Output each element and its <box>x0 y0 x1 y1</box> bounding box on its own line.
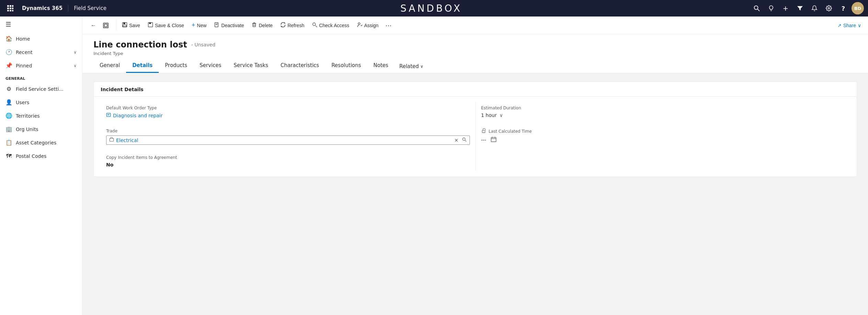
tab-service-tasks-label: Service Tasks <box>234 62 268 68</box>
tab-resolutions-label: Resolutions <box>331 62 361 68</box>
sidebar-item-recent[interactable]: 🕐 Recent ∨ <box>0 45 82 59</box>
refresh-button[interactable]: Refresh <box>277 20 308 31</box>
tab-resolutions[interactable]: Resolutions <box>325 59 367 73</box>
save-close-icon <box>148 22 153 29</box>
expand-button[interactable] <box>100 20 111 31</box>
svg-rect-1 <box>10 5 11 7</box>
assign-icon <box>357 22 362 29</box>
tab-services-label: Services <box>200 62 221 68</box>
top-nav-actions: + ? BD <box>751 2 864 14</box>
share-button[interactable]: ↗ Share ∨ <box>833 21 865 30</box>
deactivate-icon <box>214 22 219 29</box>
more-commands-button[interactable]: ⋯ <box>383 20 394 31</box>
svg-rect-6 <box>7 10 9 11</box>
check-access-icon <box>312 22 317 29</box>
territories-icon: 🌐 <box>5 112 12 119</box>
copy-incident-label: Copy Incident Items to Agreement <box>106 155 470 160</box>
svg-rect-2 <box>12 5 13 7</box>
share-chevron-icon: ∨ <box>858 23 861 28</box>
grid-icon[interactable] <box>4 2 16 14</box>
trade-input[interactable]: Electrical ✕ <box>106 135 470 145</box>
svg-line-10 <box>758 9 759 11</box>
delete-icon <box>251 22 257 29</box>
new-button[interactable]: + New <box>188 20 210 31</box>
gear-icon[interactable] <box>823 2 835 14</box>
tab-products[interactable]: Products <box>159 59 193 73</box>
assign-button[interactable]: Assign <box>353 20 382 31</box>
link-icon <box>106 112 111 118</box>
hamburger-icon[interactable]: ☰ <box>0 17 82 32</box>
check-access-label: Check Access <box>319 23 349 28</box>
tab-characteristics-label: Characteristics <box>281 62 319 68</box>
tab-details[interactable]: Details <box>126 59 159 73</box>
svg-point-27 <box>358 23 360 25</box>
help-icon[interactable]: ? <box>837 2 849 14</box>
bell-icon[interactable] <box>808 2 821 14</box>
deactivate-button[interactable]: Deactivate <box>211 20 247 31</box>
lightbulb-icon[interactable] <box>765 2 777 14</box>
sidebar-home-label: Home <box>16 36 77 42</box>
sidebar-item-postal-codes[interactable]: 🗺 Postal Codes <box>0 149 82 163</box>
svg-point-9 <box>754 6 758 10</box>
tab-services[interactable]: Services <box>193 59 227 73</box>
filter-icon[interactable] <box>794 2 806 14</box>
tab-general[interactable]: General <box>93 59 126 73</box>
sidebar-item-pinned[interactable]: 📌 Pinned ∨ <box>0 59 82 72</box>
section-header: Incident Details <box>94 82 857 97</box>
app-name: Field Service <box>68 5 112 11</box>
svg-rect-28 <box>106 113 110 117</box>
new-label: New <box>197 23 206 28</box>
pin-icon: 📌 <box>5 62 12 69</box>
svg-line-26 <box>315 25 317 27</box>
back-button[interactable]: ← <box>88 20 99 31</box>
postal-codes-icon: 🗺 <box>5 153 12 159</box>
sidebar-item-asset-categories[interactable]: 📋 Asset Categories <box>0 136 82 149</box>
refresh-icon <box>280 22 286 29</box>
trade-clear-icon[interactable]: ✕ <box>454 138 459 143</box>
sidebar-item-territories[interactable]: 🌐 Territories <box>0 109 82 122</box>
main-container: ☰ 🏠 Home 🕐 Recent ∨ 📌 Pinned ∨ General ⚙… <box>0 17 868 315</box>
app-logo[interactable]: Dynamics 365 <box>16 5 68 11</box>
record-header: Line connection lost - Unsaved Incident … <box>82 34 868 73</box>
save-close-button[interactable]: Save & Close <box>144 20 188 31</box>
sidebar-item-users[interactable]: 👤 Users <box>0 96 82 109</box>
svg-rect-22 <box>253 23 256 27</box>
trade-search-icon[interactable] <box>462 137 467 143</box>
delete-button[interactable]: Delete <box>248 20 276 31</box>
save-label: Save <box>129 23 140 28</box>
calendar-icon[interactable] <box>491 136 497 144</box>
sidebar-item-field-service-settings[interactable]: ⚙ Field Service Setti... <box>0 82 82 96</box>
sidebar-item-org-units[interactable]: 🏢 Org Units <box>0 122 82 136</box>
save-button[interactable]: Save <box>119 20 144 31</box>
sidebar-recent-label: Recent <box>16 50 70 55</box>
search-icon[interactable] <box>751 2 763 14</box>
top-nav: Dynamics 365 Field Service SANDBOX + <box>0 0 868 17</box>
svg-rect-12 <box>103 23 108 28</box>
form-body: Incident Details Default Work Order Type <box>82 73 868 315</box>
share-icon: ↗ <box>837 23 842 28</box>
save-icon <box>122 22 127 29</box>
diagnosis-repair-link[interactable]: Diagnosis and repair <box>106 112 470 118</box>
record-type: Incident Type <box>93 51 857 56</box>
svg-rect-5 <box>12 8 13 9</box>
sidebar-users-label: Users <box>16 100 77 105</box>
svg-rect-31 <box>110 139 113 141</box>
tab-notes[interactable]: Notes <box>367 59 394 73</box>
record-title-row: Line connection lost - Unsaved <box>93 40 857 50</box>
tab-service-tasks[interactable]: Service Tasks <box>227 59 274 73</box>
tab-notes-label: Notes <box>373 62 388 68</box>
new-icon: + <box>192 22 195 29</box>
section-body: Default Work Order Type <box>94 97 857 176</box>
plus-icon[interactable]: + <box>779 2 792 14</box>
tab-related[interactable]: Related ∨ <box>394 60 428 73</box>
sidebar-assetcat-label: Asset Categories <box>16 140 77 145</box>
avatar[interactable]: BD <box>852 2 864 14</box>
sidebar-fss-label: Field Service Setti... <box>16 86 77 92</box>
tab-characteristics[interactable]: Characteristics <box>274 59 325 73</box>
duration-chevron-icon[interactable]: ∨ <box>499 112 503 118</box>
sidebar-item-home[interactable]: 🏠 Home <box>0 32 82 45</box>
trade-value: Electrical <box>116 138 452 143</box>
sidebar-section-general: General <box>0 72 82 82</box>
record-unsaved-label: - Unsaved <box>191 42 215 47</box>
check-access-button[interactable]: Check Access <box>308 20 353 31</box>
